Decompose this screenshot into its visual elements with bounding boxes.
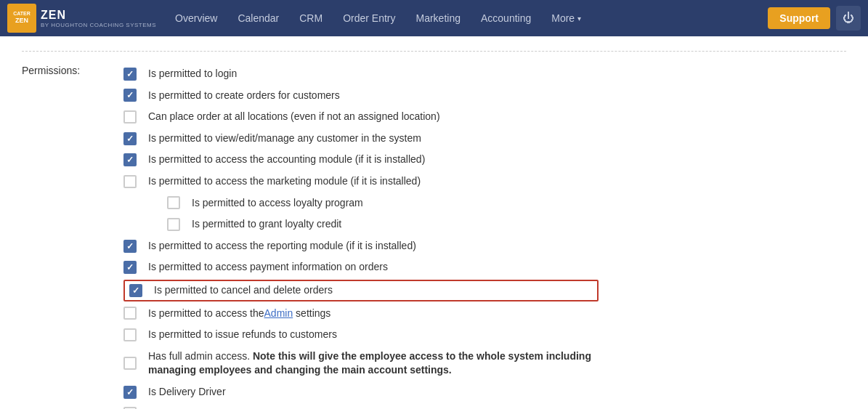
perm-text-full-admin: Has full admin access. Note this will gi…: [148, 349, 599, 378]
perm-checkbox-all-locations[interactable]: [123, 110, 137, 123]
power-icon: ⏻: [843, 12, 854, 25]
perm-text-cancel-delete: Is permitted to cancel and delete orders: [154, 283, 333, 298]
support-button[interactable]: Support: [768, 7, 830, 29]
perm-checkbox-accounting[interactable]: [123, 153, 137, 166]
perm-row-full-admin: Has full admin access. Note this will gi…: [123, 346, 599, 381]
perm-checkbox-loyalty-program[interactable]: [167, 196, 180, 209]
svg-text:ZEN: ZEN: [15, 17, 28, 24]
perm-row-all-locations: Can place order at all locations (even i…: [123, 106, 599, 128]
chevron-down-icon: ▾: [577, 15, 581, 23]
perm-checkbox-refunds[interactable]: [123, 328, 137, 341]
perm-checkbox-marketing[interactable]: [123, 175, 137, 188]
permissions-list: Is permitted to login Is permitted to cr…: [123, 63, 599, 409]
nav-crm[interactable]: CRM: [291, 0, 331, 36]
nav-order-entry[interactable]: Order Entry: [334, 0, 404, 36]
perm-text-reporting: Is permitted to access the reporting mod…: [148, 239, 416, 254]
perm-text-admin-settings: Is permitted to access theAdmin settings: [148, 307, 330, 321]
perm-checkbox-cancel-delete[interactable]: [129, 284, 142, 297]
perm-row-rapid-reply: Is Permitted to access Rapid Reply inter…: [123, 403, 599, 410]
perm-row-loyalty-credit: Is permitted to grant loyalty credit: [123, 214, 599, 235]
nav-more[interactable]: More ▾: [543, 0, 590, 36]
perm-text-marketing: Is permitted to access the marketing mod…: [148, 174, 421, 189]
admin-link[interactable]: Admin: [264, 307, 293, 319]
perm-checkbox-payment[interactable]: [123, 261, 137, 274]
perm-checkbox-login[interactable]: [123, 68, 137, 81]
perm-row-create-orders: Is permitted to create orders for custom…: [123, 85, 599, 107]
perm-row-reporting: Is permitted to access the reporting mod…: [123, 235, 599, 257]
perm-text-admin-after: settings: [293, 307, 330, 319]
perm-text-full-admin-pre: Has full admin access.: [148, 350, 250, 362]
perm-row-payment: Is permitted to access payment informati…: [123, 256, 599, 278]
brand-sub: BY HOUGHTON COACHING SYSTEMS: [41, 22, 156, 28]
perm-text-delivery-driver: Is Delivery Driver: [148, 385, 226, 400]
perm-text-accounting: Is permitted to access the accounting mo…: [148, 153, 425, 167]
perm-text-create-orders: Is permitted to create orders for custom…: [148, 89, 340, 103]
nav-calendar[interactable]: Calendar: [229, 0, 288, 36]
power-button[interactable]: ⏻: [836, 6, 861, 31]
perm-row-cancel-delete: Is permitted to cancel and delete orders: [123, 280, 599, 301]
perm-text-loyalty-credit: Is permitted to grant loyalty credit: [192, 217, 341, 232]
perm-row-accounting: Is permitted to access the accounting mo…: [123, 149, 599, 171]
perm-row-admin-settings: Is permitted to access theAdmin settings: [123, 303, 599, 325]
perm-text-rapid-reply: Is Permitted to access Rapid Reply inter…: [148, 407, 348, 410]
navbar: CATER ZEN ZEN BY HOUGHTON COACHING SYSTE…: [0, 0, 868, 36]
caterzen-logo-icon: CATER ZEN: [12, 7, 32, 27]
brand-name: ZEN BY HOUGHTON COACHING SYSTEMS: [41, 9, 156, 28]
perm-row-login: Is permitted to login: [123, 63, 599, 85]
perm-checkbox-manage-customer[interactable]: [123, 132, 137, 145]
permissions-label: Permissions:: [22, 63, 123, 76]
perm-text-manage-customer: Is permitted to view/edit/manage any cus…: [148, 131, 421, 146]
perm-row-delivery-driver: Is Delivery Driver: [123, 381, 599, 403]
perm-text-login: Is permitted to login: [148, 67, 237, 81]
perm-text-all-locations: Can place order at all locations (even i…: [148, 110, 440, 124]
perm-text-payment: Is permitted to access payment informati…: [148, 260, 388, 275]
nav-overview[interactable]: Overview: [166, 0, 226, 36]
perm-checkbox-loyalty-credit[interactable]: [167, 218, 180, 231]
perm-text-refunds: Is permitted to issue refunds to custome…: [148, 328, 337, 342]
main-content: Permissions: Is permitted to login Is pe…: [0, 36, 868, 409]
nav-marketing[interactable]: Marketing: [407, 0, 469, 36]
nav-more-label: More: [551, 12, 575, 24]
perm-checkbox-delivery-driver[interactable]: [123, 386, 137, 399]
brand-logo: CATER ZEN: [7, 4, 36, 32]
permissions-section: Permissions: Is permitted to login Is pe…: [22, 63, 846, 409]
perm-row-refunds: Is permitted to issue refunds to custome…: [123, 324, 599, 346]
brand: CATER ZEN ZEN BY HOUGHTON COACHING SYSTE…: [7, 4, 156, 32]
perm-row-marketing: Is permitted to access the marketing mod…: [123, 171, 599, 193]
perm-text-loyalty-program: Is permitted to access loyalty program: [192, 196, 363, 211]
perm-checkbox-reporting[interactable]: [123, 240, 137, 253]
brand-text: ZEN: [41, 9, 66, 21]
perm-checkbox-admin-settings[interactable]: [123, 307, 137, 320]
perm-row-manage-customer: Is permitted to view/edit/manage any cus…: [123, 128, 599, 150]
nav-accounting[interactable]: Accounting: [472, 0, 540, 36]
svg-text:CATER: CATER: [13, 11, 31, 16]
perm-text-admin-before: Is permitted to access the: [148, 307, 264, 319]
perm-checkbox-create-orders[interactable]: [123, 89, 137, 102]
navbar-right: Support ⏻: [768, 6, 861, 31]
perm-row-loyalty-program: Is permitted to access loyalty program: [123, 193, 599, 214]
perm-checkbox-full-admin[interactable]: [123, 357, 137, 370]
